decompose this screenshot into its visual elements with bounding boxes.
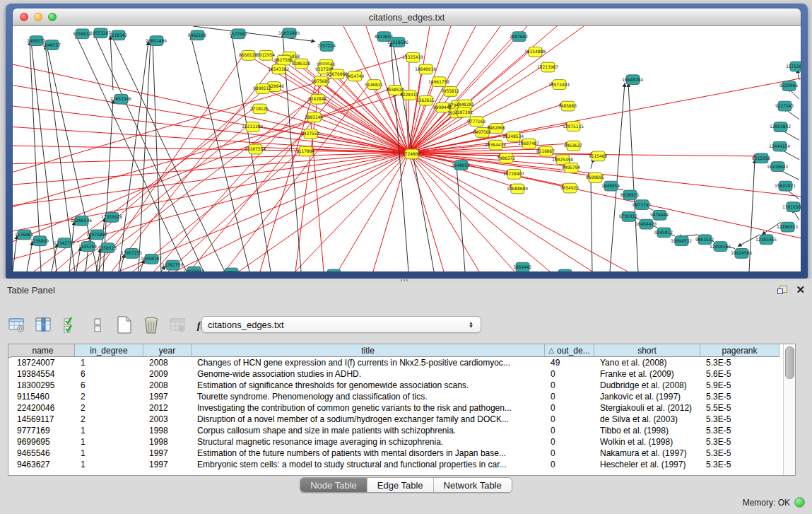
graph-node-teal[interactable]: 12444154 <box>769 141 790 151</box>
graph-node-yellow[interactable]: 9890112 <box>253 84 271 94</box>
cell-year[interactable]: 1998 <box>143 437 192 447</box>
cell-pagerank[interactable]: 5.3E-5 <box>700 437 779 447</box>
graph-node-teal[interactable]: 10994532 <box>671 236 692 246</box>
graph-node-teal[interactable]: 12093832 <box>770 122 791 132</box>
cell-name[interactable]: 18724007 <box>11 358 75 368</box>
table-selector-dropdown[interactable]: citations_edges.txt ▲▼ <box>201 316 481 333</box>
cell-name[interactable]: 14569117 <box>11 414 75 424</box>
graph-node-teal[interactable]: 7357224 <box>317 42 336 52</box>
graph-node-teal[interactable]: 1640955 <box>452 160 470 170</box>
cell-title[interactable]: Structural magnetic resonance image aver… <box>192 437 545 447</box>
cell-in_degree[interactable]: 6 <box>75 380 143 390</box>
network-window-titlebar[interactable]: citations_edges.txt <box>13 8 801 26</box>
cell-year[interactable]: 2008 <box>143 380 192 390</box>
network-canvas[interactable]: 2405572184055791566321055328776183422089… <box>13 26 801 271</box>
cell-out_de[interactable]: 0 <box>545 448 594 458</box>
table-row[interactable]: 1938455462009Genome-wide association stu… <box>11 368 784 380</box>
graph-node-yellow[interactable]: 10688609 <box>507 184 528 194</box>
delete-entries-icon[interactable] <box>141 316 161 334</box>
graph-node-teal[interactable]: 5177223 <box>222 268 240 271</box>
cell-short[interactable]: Wolkin et al. (1998) <box>594 437 700 447</box>
cell-year[interactable]: 1997 <box>143 460 192 469</box>
graph-node-teal[interactable]: 10924506 <box>731 249 752 259</box>
column-header-in_degree[interactable]: in_degree <box>75 344 143 357</box>
cell-title[interactable]: Estimation of significance thresholds fo… <box>192 380 545 390</box>
graph-node-yellow[interactable]: 9827508 <box>274 55 293 65</box>
graph-node-yellow[interactable]: 9699695 <box>586 173 604 182</box>
graph-node-teal[interactable]: 12103455 <box>755 235 777 245</box>
column-header-short[interactable]: short <box>594 344 700 357</box>
graph-node-teal[interactable]: 9061532 <box>695 235 714 245</box>
cell-out_de[interactable]: 0 <box>545 414 594 424</box>
graph-node-yellow[interactable]: 13325419 <box>402 52 423 62</box>
graph-node-teal[interactable]: 16097244 <box>323 269 344 271</box>
column-header-year[interactable]: year <box>143 344 192 357</box>
graph-node-teal[interactable]: 2087682 <box>510 32 528 42</box>
graph-node-yellow[interactable]: 16248534 <box>502 132 524 141</box>
cell-out_de[interactable]: 0 <box>545 380 594 390</box>
cell-pagerank[interactable]: 5.3E-5 <box>700 414 779 424</box>
cell-year[interactable]: 2012 <box>143 403 192 413</box>
graph-node-yellow[interactable]: 12975115 <box>563 122 584 132</box>
graph-node-yellow[interactable]: 2718126 <box>250 104 269 114</box>
cell-pagerank[interactable]: 5.3E-5 <box>700 358 779 368</box>
cell-title[interactable]: Embryonic stem cells: a model to study s… <box>192 460 545 469</box>
cell-short[interactable]: Hescheler et al. (1997) <box>594 460 700 469</box>
cell-in_degree[interactable]: 1 <box>75 448 143 458</box>
cell-year[interactable]: 2009 <box>143 369 192 379</box>
graph-node-yellow[interactable]: 8912954 <box>257 50 275 60</box>
graph-node-teal[interactable]: 19218506 <box>387 37 408 47</box>
cell-pagerank[interactable]: 5.3E-5 <box>700 448 779 458</box>
select-columns-icon[interactable] <box>61 316 81 334</box>
table-row[interactable]: 977716911998Corpus callosum shape and si… <box>11 425 784 436</box>
graph-node-teal[interactable]: 10553287 <box>90 28 111 38</box>
graph-node-yellow[interactable]: 18640910 <box>415 64 436 74</box>
graph-node-yellow[interactable]: 16961758 <box>428 77 449 87</box>
graph-node-teal[interactable]: 12106553 <box>777 222 798 232</box>
graph-node-teal[interactable]: 9227343 <box>775 101 794 111</box>
cell-short[interactable]: Tibbo et al. (1998) <box>594 426 700 436</box>
row-height-icon[interactable] <box>88 316 107 334</box>
table-vertical-scrollbar[interactable] <box>783 344 795 475</box>
graph-node-yellow[interactable]: 9777169 <box>467 117 486 127</box>
column-header-out_de[interactable]: △out_de... <box>545 344 594 357</box>
graph-node-yellow[interactable]: 7955812 <box>441 87 459 97</box>
table-row[interactable]: 1872400712008Changes of HCN gene express… <box>11 357 784 368</box>
table-row[interactable]: 946554611997Estimation of the future num… <box>11 448 784 459</box>
graph-node-yellow[interactable]: 9875685 <box>312 76 330 86</box>
cell-title[interactable]: Tourette syndrome. Phenomenology and cla… <box>192 392 545 402</box>
graph-node-yellow[interactable]: 9495794 <box>562 163 580 173</box>
graph-node-teal[interactable]: 1527602 <box>229 29 247 39</box>
graph-node-teal[interactable]: 9156632 <box>73 29 91 39</box>
cell-name[interactable]: 18300295 <box>11 380 75 390</box>
cell-short[interactable]: Stergiakouli et al. (2012) <box>594 403 700 413</box>
cell-name[interactable]: 9699695 <box>11 437 75 447</box>
graph-node-yellow[interactable]: 15720407 <box>503 169 524 179</box>
graph-node-teal[interactable]: 16782759 <box>162 260 183 270</box>
float-panel-icon[interactable] <box>777 286 787 294</box>
graph-node-teal[interactable]: 6791912 <box>619 211 637 221</box>
column-header-title[interactable]: title <box>192 344 545 357</box>
graph-node-yellow[interactable]: 9117004 <box>296 146 314 156</box>
cell-in_degree[interactable]: 2 <box>75 414 143 424</box>
table-row[interactable]: 1456911722003Disruption of a novel membe… <box>11 414 784 425</box>
graph-node-teal[interactable]: 8466160 <box>188 30 206 40</box>
graph-node-teal[interactable]: 12923448 <box>183 267 204 271</box>
zoom-window-button[interactable] <box>48 13 57 21</box>
graph-node-yellow[interactable]: 8216067 <box>536 146 555 156</box>
cell-year[interactable]: 2003 <box>143 414 192 424</box>
table-settings-icon[interactable] <box>7 316 27 334</box>
graph-node-teal[interactable]: 16648784 <box>622 75 643 85</box>
graph-node-teal[interactable]: 15751074 <box>786 62 801 71</box>
cell-short[interactable]: Dudbridge et al. (2008) <box>594 380 700 390</box>
cell-in_degree[interactable]: 1 <box>75 358 143 368</box>
graph-node-yellow[interactable]: 7462066 <box>487 124 505 134</box>
cell-title[interactable]: Investigating the contribution of common… <box>192 403 545 413</box>
graph-node-teal[interactable]: 10464420 <box>635 219 657 229</box>
graph-node-yellow[interactable]: 9242848 <box>308 94 326 104</box>
cell-in_degree[interactable]: 2 <box>75 403 143 413</box>
cell-name[interactable]: 22420046 <box>11 403 75 413</box>
cell-name[interactable]: 9463627 <box>11 460 75 469</box>
show-columns-icon[interactable] <box>34 316 54 334</box>
tab-edge-table[interactable]: Edge Table <box>367 478 434 492</box>
